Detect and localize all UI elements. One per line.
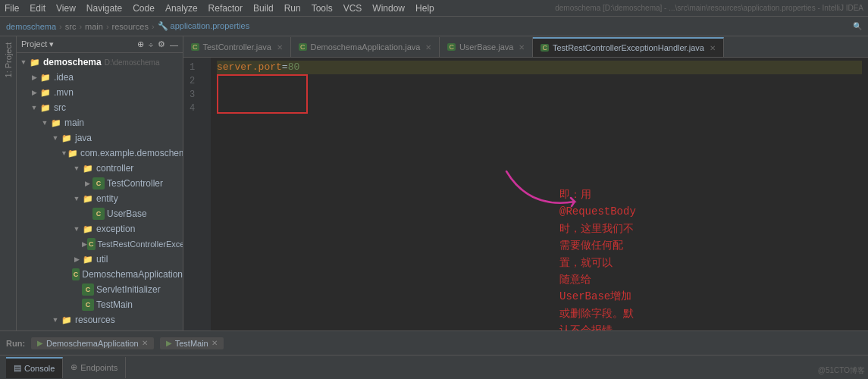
tab-close-icon[interactable]: ✕ — [519, 43, 525, 52]
menu-item-vcs[interactable]: VCS — [343, 3, 362, 14]
breadcrumb-file[interactable]: 🔧 application.properties — [158, 21, 250, 31]
tree-label-com-example: com.example.demoschema — [80, 148, 183, 158]
tree-item-main[interactable]: ▼ 📁 main — [17, 115, 183, 130]
tab-label: UserBase.java — [459, 42, 514, 52]
settings-icon[interactable]: ⚙ — [158, 39, 165, 49]
code-value: 80 — [288, 61, 300, 73]
menu-item-window[interactable]: Window — [372, 3, 405, 14]
folder-icon: 📁 — [71, 329, 83, 330]
tree-item-entity[interactable]: ▼ 📁 entity — [17, 191, 183, 206]
tree-label-resources: resources — [75, 315, 115, 325]
tree-item-exceptionhandler[interactable]: ▶ C TestRestControllerExceptionHandle — [17, 236, 183, 252]
tab-demoschemaapp[interactable]: C DemoschemaApplication.java ✕ — [291, 37, 440, 57]
tab-console[interactable]: ▤ Console — [6, 357, 63, 378]
tree-item-demoschemaapp[interactable]: C DemoschemaApplication — [17, 267, 183, 282]
menu-item-build[interactable]: Build — [253, 3, 274, 14]
breadcrumb-main[interactable]: main — [85, 22, 103, 31]
project-tab-label[interactable]: 1: Project — [2, 39, 14, 80]
close-sidebar-icon[interactable]: — — [170, 40, 178, 49]
folder-icon: 📁 — [61, 132, 73, 144]
tree-item-exception[interactable]: ▼ 📁 exception — [17, 221, 183, 236]
tree-arrow: ▶ — [71, 255, 82, 263]
menu-item-help[interactable]: Help — [415, 3, 434, 14]
tree-label-util: util — [96, 254, 108, 265]
menu-item-navigate[interactable]: Navigate — [86, 3, 122, 14]
tab-close-icon[interactable]: ✕ — [277, 43, 283, 52]
run-bar: Run: ▶ DemoschemaApplication ✕ ▶ TestMai… — [0, 330, 868, 355]
java-icon: C — [82, 299, 94, 311]
tree-item-demoschema[interactable]: ▼ 📁 demoschema D:\demoschema — [17, 55, 183, 70]
editor-content[interactable]: 1 2 3 4 server.port=80 — [183, 58, 868, 330]
tree-item-controller[interactable]: ▼ 📁 controller — [17, 161, 183, 176]
tree-item-util[interactable]: ▶ 📁 util — [17, 252, 183, 267]
bottom-tab-bar: ▤ Console ⊕ Endpoints — [0, 355, 868, 379]
breadcrumb-demoschema[interactable]: demoschema — [6, 22, 56, 31]
tree-item-testmain[interactable]: C TestMain — [17, 297, 183, 312]
tree-item-userbase[interactable]: C UserBase — [17, 206, 183, 221]
code-line-4 — [217, 102, 862, 115]
tab-testcontroller[interactable]: C TestController.java ✕ — [183, 37, 291, 57]
tree-item-idea[interactable]: ▶ 📁 .idea — [17, 70, 183, 85]
java-icon: C — [92, 177, 105, 190]
tree-item-static[interactable]: ▶ 📁 static — [17, 327, 183, 330]
run-close-icon[interactable]: ✕ — [212, 339, 218, 347]
tree-item-src[interactable]: ▼ 📁 src — [17, 100, 183, 115]
run-bar-label: Run: — [6, 339, 25, 348]
annotation-line2: 随意给 UserBase增加或删除字段。默认不会报错 — [559, 274, 634, 330]
tree-item-resources[interactable]: ▼ 📁 resources — [17, 312, 183, 327]
folder-icon: 📁 — [50, 117, 62, 129]
tree-label-servletinitializer: ServletInitializer — [96, 284, 161, 295]
menu-item-code[interactable]: Code — [133, 3, 155, 14]
breadcrumb-src[interactable]: src — [65, 22, 77, 31]
tab-userbase[interactable]: C UserBase.java ✕ — [440, 37, 533, 57]
menu-item-refactor[interactable]: Refactor — [208, 3, 243, 14]
run-testmain[interactable]: ▶ TestMain ✕ — [160, 337, 224, 349]
code-line-2 — [217, 74, 862, 88]
tree-item-testcontroller[interactable]: ▶ C TestController — [17, 176, 183, 191]
java-icon: C — [92, 208, 105, 220]
tree-label-main: main — [64, 117, 84, 128]
tab-label: TestController.java — [203, 42, 272, 52]
console-icon: ▤ — [14, 363, 21, 373]
run-icon: ▶ — [37, 339, 43, 347]
folder-icon: 📁 — [82, 253, 94, 265]
annotation-line1: 即：用@RequestBody时，这里我们不需要做任何配置，就可以 — [559, 189, 636, 269]
tree-label-static: static — [86, 330, 107, 330]
menu-item-run[interactable]: Run — [284, 3, 301, 14]
menu-item-view[interactable]: View — [56, 3, 76, 14]
tab-close-icon[interactable]: ✕ — [425, 43, 431, 52]
sidebar-header-icons: ⊕ ÷ ⚙ — — [137, 39, 178, 49]
menu-item-tools[interactable]: Tools — [312, 3, 333, 14]
menu-item-file[interactable]: File — [5, 3, 19, 14]
project-sidebar-tab[interactable]: 1: Project — [0, 36, 17, 330]
run-demoschemaapp[interactable]: ▶ DemoschemaApplication ✕ — [31, 337, 154, 349]
tree-arrow: ▼ — [18, 58, 29, 66]
annotation-arrow-svg — [499, 164, 620, 224]
tree-item-java[interactable]: ▼ 📁 java — [17, 130, 183, 146]
folder-icon: 📁 — [82, 162, 94, 174]
search-everywhere-icon[interactable]: 🔍 — [853, 22, 862, 30]
sync-icon[interactable]: ⊕ — [137, 39, 144, 49]
menu-item-edit[interactable]: Edit — [30, 3, 45, 14]
tab-endpoints[interactable]: ⊕ Endpoints — [63, 357, 126, 378]
layout-icon[interactable]: ÷ — [149, 40, 153, 49]
endpoints-label: Endpoints — [80, 363, 118, 372]
tree-item-servletinitializer[interactable]: C ServletInitializer — [17, 282, 183, 297]
breadcrumb-resources[interactable]: resources — [112, 22, 149, 31]
tree-path: D:\demoschema — [105, 58, 160, 67]
menu-bar: File Edit View Navigate Code Analyze Ref… — [0, 0, 868, 17]
annotation-text: 即：用@RequestBody时，这里我们不需要做任何配置，就可以 随意给 Us… — [559, 186, 636, 330]
tab-exceptionhandler[interactable]: C TestRestControllerExceptionHandler.jav… — [533, 37, 723, 57]
tree-label-testmain: TestMain — [96, 299, 133, 310]
code-editor[interactable]: server.port=80 即：用@RequestBody时，这里我们不需要做… — [211, 58, 868, 330]
tree-item-com-example[interactable]: ▼ 📁 com.example.demoschema — [17, 146, 183, 161]
tab-close-icon[interactable]: ✕ — [710, 44, 716, 52]
folder-icon: 📁 — [61, 314, 73, 326]
tree-item-mvn[interactable]: ▶ 📁 .mvn — [17, 85, 183, 100]
tree-label-demoschemaapp: DemoschemaApplication — [82, 269, 183, 280]
folder-icon: 📁 — [39, 86, 52, 99]
tree-arrow: ▶ — [29, 74, 39, 81]
run-close-icon[interactable]: ✕ — [142, 339, 148, 347]
menu-item-analyze[interactable]: Analyze — [165, 3, 198, 14]
tree-arrow: ▶ — [82, 180, 92, 187]
